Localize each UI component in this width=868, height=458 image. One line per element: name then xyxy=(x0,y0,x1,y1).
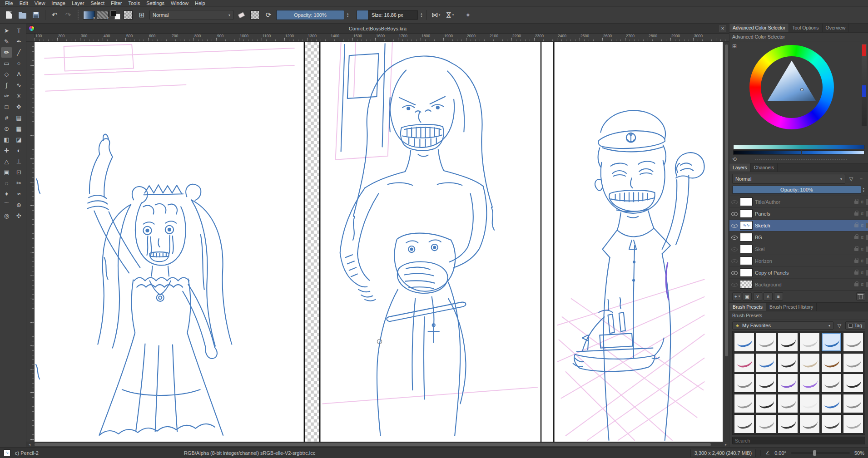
polygon-select-tool[interactable]: ✦ xyxy=(1,189,12,199)
toolbar-grip[interactable] xyxy=(78,10,79,20)
color-settings-icon[interactable]: ⊞ xyxy=(732,43,737,49)
rect-select-tool[interactable]: ⊡ xyxy=(13,167,25,177)
foreground-color-swatch[interactable] xyxy=(110,10,116,16)
menu-item[interactable]: Image xyxy=(48,0,69,6)
open-document-button[interactable] xyxy=(16,9,28,21)
layer-properties-button[interactable]: ≡ xyxy=(774,292,783,300)
menu-item[interactable]: Filter xyxy=(108,0,125,6)
delete-layer-button[interactable] xyxy=(856,292,865,300)
layer-row[interactable]: Background α xyxy=(729,279,868,291)
brush-preset-tile[interactable] xyxy=(756,414,776,433)
smart-patch-tool[interactable]: ✚ xyxy=(1,145,12,156)
duplicate-layer-button[interactable]: ▣ xyxy=(743,292,752,300)
crop-tool[interactable]: # xyxy=(1,113,12,123)
lock-icon[interactable] xyxy=(854,201,858,204)
current-preset-chip[interactable]: ∿ xyxy=(4,449,10,456)
new-document-button[interactable] xyxy=(3,9,15,21)
reload-preset-button[interactable]: ⟳ xyxy=(263,9,274,21)
brush-preset-tile[interactable] xyxy=(799,333,820,352)
canvas-artwork[interactable] xyxy=(35,42,723,442)
horizontal-scrollbar-thumb[interactable] xyxy=(35,443,711,446)
freehand-select-tool[interactable]: ✂ xyxy=(13,178,25,188)
layer-filter-icon[interactable]: ▽ xyxy=(847,175,855,183)
docker-tab[interactable]: Advanced Color Selector xyxy=(729,24,789,32)
lock-icon[interactable] xyxy=(854,236,858,239)
document-tab-title[interactable]: ComicLetBoysBeBoys.kra xyxy=(26,26,729,31)
brush-preset-tile[interactable] xyxy=(843,374,863,393)
zoom-slider-thumb[interactable] xyxy=(813,450,816,456)
visibility-eye-icon[interactable] xyxy=(731,211,738,217)
edit-shapes-tool[interactable]: ✎ xyxy=(1,36,12,47)
docker-tab[interactable]: Overview xyxy=(823,24,849,32)
canvas-angle-value[interactable]: 0.00° xyxy=(774,450,786,456)
layer-row[interactable]: Sketch α xyxy=(729,220,868,231)
add-layer-button[interactable]: ＋▾ xyxy=(732,292,741,300)
mirror-vertical-button[interactable]: ⋈▾ xyxy=(444,9,456,21)
move-tool[interactable]: ✥ xyxy=(13,102,25,112)
move-layer-down-button[interactable]: ˅ xyxy=(753,292,762,300)
brush-preset-tile[interactable] xyxy=(821,333,842,352)
canvas-angle-icon[interactable]: ∠ xyxy=(765,450,770,456)
tag-toggle-button[interactable]: Tag xyxy=(845,321,865,330)
brush-preset-tile[interactable] xyxy=(734,374,754,393)
brush-preset-tile[interactable] xyxy=(821,353,842,372)
assistants-tool[interactable]: △ xyxy=(1,156,12,167)
brush-preset-tile[interactable] xyxy=(756,353,776,372)
alpha-lock-icon[interactable]: α xyxy=(861,246,863,251)
vertical-scrollbar[interactable] xyxy=(724,42,729,442)
menu-item[interactable]: Select xyxy=(87,0,108,6)
brush-preset-tile[interactable] xyxy=(756,374,776,393)
line-tool[interactable]: ╱ xyxy=(13,47,25,58)
layer-row[interactable]: BG α xyxy=(729,231,868,243)
brush-preset-tile[interactable] xyxy=(734,394,754,413)
layer-opacity-slider[interactable]: Opacity: 100% xyxy=(732,186,861,194)
scroll-left-icon[interactable]: ◂ xyxy=(26,443,33,447)
menu-item[interactable]: Edit xyxy=(16,0,31,6)
save-document-button[interactable] xyxy=(30,9,42,21)
lock-icon[interactable] xyxy=(854,248,858,251)
brush-preset-tile[interactable] xyxy=(734,333,754,352)
visibility-eye-icon[interactable] xyxy=(731,258,738,264)
brush-preset-tile[interactable] xyxy=(778,333,798,352)
preset-filter-icon[interactable]: ▽ xyxy=(835,321,843,330)
brush-preset-tile[interactable] xyxy=(756,333,776,352)
visibility-eye-icon[interactable] xyxy=(731,234,738,240)
lock-icon[interactable] xyxy=(854,260,858,263)
alpha-lock-icon[interactable]: α xyxy=(861,282,863,287)
gradient-chooser-button[interactable]: ▾ xyxy=(83,11,95,20)
canvas-viewport[interactable] xyxy=(35,42,729,442)
ellipse-tool[interactable]: ○ xyxy=(13,58,25,69)
alpha-lock-icon[interactable]: α xyxy=(861,258,863,263)
select-shapes-tool[interactable]: ➤ xyxy=(1,25,12,36)
opacity-spinner[interactable]: ▴▾ xyxy=(346,12,349,18)
colorize-mask-tool[interactable]: ◐ xyxy=(13,145,25,156)
lock-icon[interactable] xyxy=(854,224,858,227)
gradient-tool[interactable]: ▤ xyxy=(13,113,25,123)
brush-preset-tile[interactable] xyxy=(843,353,863,372)
contiguous-select-tool[interactable]: ≈ xyxy=(13,189,25,199)
layers-docker-tab[interactable]: Layers xyxy=(729,163,751,172)
docker-tab[interactable]: Tool Options xyxy=(789,24,822,32)
fill-tool[interactable]: ◧ xyxy=(1,134,12,145)
menu-item[interactable]: View xyxy=(31,0,49,6)
brush-preset-tile[interactable] xyxy=(778,414,798,433)
calligraphy-tool[interactable]: ✒ xyxy=(13,36,25,47)
alpha-lock-icon[interactable]: α xyxy=(861,199,863,204)
menu-item[interactable]: File xyxy=(2,0,16,6)
brush-preset-tile[interactable] xyxy=(799,414,820,433)
pan-tool[interactable]: ✣ xyxy=(13,211,25,221)
canvas-page[interactable] xyxy=(35,42,723,442)
polygon-tool[interactable]: ◇ xyxy=(1,69,12,79)
zoom-level-value[interactable]: 50% xyxy=(854,450,864,456)
measure-tool[interactable]: ⊥ xyxy=(13,156,25,167)
pattern-tool[interactable]: ▦ xyxy=(13,123,25,134)
brush-preset-tile[interactable] xyxy=(821,394,842,413)
brush-preset-tile[interactable] xyxy=(734,414,754,433)
history-swatch-red[interactable] xyxy=(862,44,866,56)
refresh-history-icon[interactable]: ⟲ xyxy=(732,156,737,163)
value-strip[interactable] xyxy=(733,150,864,155)
color-sampler-tool[interactable]: ⊙ xyxy=(1,123,12,134)
zoom-tool[interactable]: ◎ xyxy=(1,211,12,221)
menu-item[interactable]: Layer xyxy=(69,0,88,6)
brush-preset-tile[interactable] xyxy=(778,394,798,413)
